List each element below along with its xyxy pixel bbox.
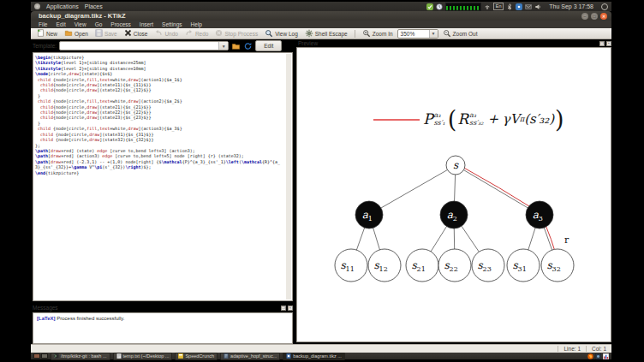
network-icon[interactable]: [484, 3, 491, 10]
minimize-button[interactable]: –: [581, 13, 588, 20]
menu-settings[interactable]: Settings: [158, 21, 187, 27]
zoom-in-button[interactable]: Zoom In: [360, 28, 396, 39]
workspace-2[interactable]: [41, 353, 48, 359]
r-sup: a₃: [469, 112, 483, 119]
template-bar: Template: ▼ Edit: [33, 40, 293, 51]
taskbar-item[interactable]: adaptive_hopf_struc...: [220, 353, 280, 360]
open-icon: [64, 29, 73, 38]
code-line: \path[draw=red] (-2.3,1) -- +(1,0) node[…: [35, 159, 285, 170]
reward-label: r: [564, 234, 569, 246]
close-window-button[interactable]: ✕: [600, 13, 607, 20]
close-button[interactable]: Close: [122, 28, 151, 39]
chevron-down-icon[interactable]: ▼: [429, 30, 438, 38]
workspace-1[interactable]: [33, 353, 40, 359]
zoom-level-value: 350%: [398, 31, 429, 37]
dock-float-icon[interactable]: ❐: [281, 306, 286, 311]
tree-edge: [456, 165, 540, 215]
dock-close-icon[interactable]: ✕: [288, 306, 293, 311]
new-button[interactable]: New: [34, 28, 60, 39]
taskbar-item[interactable]: /tmp/ktikz-git : bash ...: [51, 353, 110, 360]
distributor-logo-icon[interactable]: [34, 3, 40, 9]
panel-clock[interactable]: Thu Sep 3 17:58: [549, 3, 593, 9]
toolbar-separator: [355, 30, 355, 38]
window-titlebar: backup_diagram.tikz - KTikZ – □ ✕: [31, 11, 611, 21]
updates-check-icon[interactable]: [426, 3, 433, 10]
preview-diagram: sa1a2a3s11s12s21s22s23s31s32r: [297, 48, 611, 342]
template-value: [60, 42, 218, 50]
menu-view[interactable]: View: [70, 21, 91, 27]
save-button: Save: [92, 28, 120, 39]
session-gear-icon[interactable]: [601, 3, 608, 10]
mail-icon[interactable]: [525, 3, 532, 10]
latex-message: Process finished successfully.: [56, 316, 125, 321]
script-P: P: [423, 110, 432, 128]
applications-menu[interactable]: Applications: [46, 3, 79, 9]
view-log-button[interactable]: View Log: [262, 28, 301, 39]
volume-icon[interactable]: [534, 3, 541, 10]
template-open-folder-icon[interactable]: [231, 41, 241, 50]
zoomout-icon: [443, 29, 451, 39]
menu-help[interactable]: Help: [187, 21, 206, 27]
document-icon: [224, 353, 229, 359]
stop-icon: [215, 29, 223, 38]
indicator-area: En: [426, 3, 541, 11]
status-col: Col: 1: [586, 346, 611, 352]
close-paren: ): [555, 107, 564, 131]
statusbar: Line: 1 Col: 1: [31, 344, 611, 353]
messages-log: [LaTeX] Process finished successfully.: [33, 312, 293, 344]
taskbar-item[interactable]: SpeedCrunch: [175, 353, 218, 360]
backup-path-red-edge: [456, 163, 540, 213]
gear-icon: [305, 29, 313, 39]
app-dark-icon[interactable]: [595, 353, 601, 359]
taskbar-item[interactable]: temp.txt (~/Desktop ...: [113, 353, 173, 360]
dock-close-icon[interactable]: ✕: [606, 41, 611, 46]
template-edit-button[interactable]: Edit: [255, 40, 282, 51]
zoom-out-button[interactable]: Zoom Out: [440, 28, 480, 39]
editor-scrollbar[interactable]: [286, 54, 291, 300]
keyboard-layout-icon[interactable]: En: [493, 3, 504, 10]
save-icon: [95, 29, 103, 38]
system-monitor-graph-icon[interactable]: [445, 3, 481, 11]
open-paren: (: [448, 107, 457, 131]
messages-dock-titlebar: Messages ❐ ✕: [33, 303, 293, 312]
bluetooth-icon[interactable]: [506, 3, 513, 10]
code-editor[interactable]: \begin{tikzpicture}\tikzstyle{level 1}=[…: [33, 52, 293, 301]
script-R: R: [457, 110, 468, 128]
zoomin-icon: [362, 29, 371, 39]
redo-button: Redo: [182, 28, 212, 39]
chevron-down-icon[interactable]: ▼: [218, 42, 228, 50]
menu-process[interactable]: Process: [106, 21, 134, 27]
window-title: backup_diagram.tikz - KTikZ: [39, 12, 126, 20]
toolbar: NewOpenSaveCloseUndoRedoStop ProcessView…: [31, 28, 611, 39]
messaging-icon[interactable]: [516, 3, 522, 10]
firefox-icon[interactable]: [587, 353, 593, 359]
tree-node-label: s: [453, 159, 459, 171]
code-text: \begin{tikzpicture}\tikzstyle{level 1}=[…: [33, 53, 292, 175]
taskbar-tray: [587, 353, 609, 359]
chart-icon[interactable]: [603, 353, 609, 359]
time-tracker-icon[interactable]: [436, 3, 443, 10]
places-menu[interactable]: Places: [85, 3, 103, 9]
menu-edit[interactable]: Edit: [51, 21, 69, 27]
viewlog-icon: [265, 29, 273, 39]
menu-file[interactable]: File: [34, 21, 51, 27]
close-icon: [124, 29, 132, 38]
taskbar-item[interactable]: backup_diagram.tikz ...: [283, 353, 345, 360]
maximize-button[interactable]: □: [591, 13, 598, 20]
r-sub: ss′₃₂: [469, 120, 483, 127]
backup-formula: Pa₃ss′₁(Ra₃ss′₃₂+ γVπ(s′₃₂)): [423, 105, 565, 133]
tikz-document-icon: [286, 353, 291, 359]
calculator-icon: [178, 353, 183, 359]
template-combobox[interactable]: ▼: [59, 41, 229, 50]
menu-insert[interactable]: Insert: [135, 21, 158, 27]
code-line: \end{tikzpicture}: [35, 170, 285, 175]
template-reload-icon[interactable]: [243, 41, 253, 50]
zoom-level-combobox[interactable]: 350%▼: [397, 29, 438, 39]
open-button[interactable]: Open: [62, 28, 91, 39]
preview-pane[interactable]: sa1a2a3s11s12s21s22s23s31s32r Pa₃ss′₁(Ra…: [296, 47, 611, 342]
workspace-switcher[interactable]: [33, 353, 48, 359]
shell-escape-button[interactable]: Shell Escape: [302, 28, 350, 39]
preview-title: Preview: [298, 40, 318, 46]
menu-go[interactable]: Go: [91, 21, 107, 27]
dock-float-icon[interactable]: ❐: [599, 41, 605, 46]
